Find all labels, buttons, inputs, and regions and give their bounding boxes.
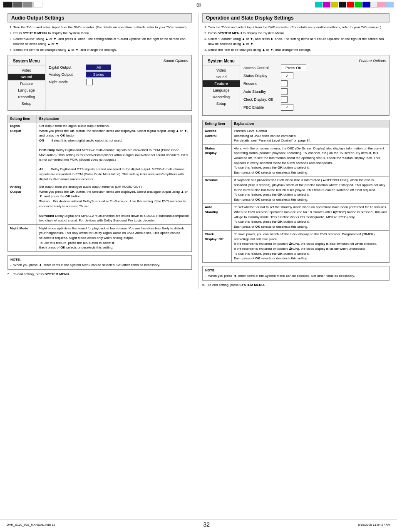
table-row-access-control: AccessControl Parental Level Control Acc…: [203, 127, 390, 145]
left-menu-panel: System Menu Video Sound Feature Language…: [8, 55, 45, 110]
right-intro-item-4: Select the item to be changed using or ,…: [208, 47, 390, 52]
menu-setup: Setup: [8, 100, 45, 107]
right-intro-item-1: Turn the TV on and select input from the…: [208, 25, 390, 30]
right-menu-panel: System Menu Video Sound Feature Language…: [203, 55, 240, 115]
menu-recording: Recording: [8, 94, 45, 100]
analog-output-explanation: Set output from the analogue audio outpu…: [37, 183, 192, 225]
left-note-label: NOTE:: [10, 257, 189, 262]
left-table-header-setting: Setting Item: [8, 115, 37, 122]
rbar-yellow: [331, 2, 338, 7]
rbar-red: [347, 2, 354, 7]
page-footer: DVR_S120_INS_MANUAL.indd 32 32 5/19/2005…: [0, 519, 397, 530]
header-bar: ⊕: [0, 0, 397, 9]
rbar-green: [355, 2, 362, 7]
footer-left: DVR_S120_INS_MANUAL.indd 32: [7, 523, 55, 527]
right-section-title: Operation and State Display Settings: [202, 13, 390, 22]
right-menu-recording: Recording: [203, 94, 240, 100]
right-table-header-explanation: Explanation: [232, 120, 390, 127]
rbar-pink: [378, 2, 386, 7]
rbar-blue: [362, 2, 370, 7]
access-control-label: AccessControl: [203, 127, 232, 145]
auto-standby-explanation: To set whether or not to set the standby…: [232, 204, 390, 231]
menu-language: Language: [8, 87, 45, 94]
right-note-box: NOTE: - When you press , other items in …: [202, 266, 390, 281]
left-system-menu-diagram: System Menu Video Sound Feature Language…: [7, 55, 192, 111]
rbar-black2: [339, 2, 346, 7]
right-step5: 5. To end setting, press SYSTEM MENU.: [202, 283, 390, 287]
rbar-magenta: [323, 2, 330, 7]
option-resume: Resume: [243, 80, 386, 87]
right-menu-feature: Feature: [203, 80, 240, 87]
clock-display-explanation: To save power, you can switch off the cl…: [232, 231, 390, 263]
table-row-analog-output: AnalogOutput Set output from the analogu…: [8, 183, 192, 225]
left-intro-item-2: Press SYSTEM MENU to display the System …: [13, 31, 192, 36]
option-auto-standby: Auto Standby: [243, 88, 386, 95]
bar-gray2: [23, 2, 32, 7]
right-settings-table: Setting Item Explanation AccessControl P…: [202, 120, 390, 263]
option-digital-output: Digital Output All: [49, 65, 188, 70]
menu-feature: Feature: [8, 80, 45, 87]
auto-standby-label: AutoStandby: [203, 204, 232, 231]
left-note-box: NOTE: - When you press , other items in …: [7, 255, 192, 270]
left-intro-item-1: Turn the TV on and select input from the…: [13, 25, 192, 30]
option-status-display: Status Display ✓: [243, 72, 386, 79]
left-settings-table: Setting Item Explanation DigitalOutput S…: [7, 115, 192, 252]
left-intro-item-4: Select the item to be changed using or ,…: [13, 47, 192, 52]
crosshair-icon: ⊕: [196, 0, 201, 8]
right-options-panel: Feature Options Access Control Press OK …: [240, 55, 389, 115]
right-note-content: - When you press , other items in the Sy…: [205, 273, 387, 278]
left-step5: 5. To end setting, press SYSTEM MENU.: [7, 272, 192, 276]
right-table-header-setting: Setting Item: [203, 120, 232, 127]
menu-sound: Sound: [8, 74, 45, 80]
left-table-header-explanation: Explanation: [37, 115, 192, 122]
table-row-night-mode: Night Mode Night mode optimises the soun…: [8, 224, 192, 251]
left-menu-title: System Menu: [8, 59, 45, 65]
right-menu-title: System Menu: [203, 59, 240, 65]
status-display-explanation: Along with the on-screen menu, the OSD (…: [232, 144, 390, 177]
option-access-control: Access Control Press OK: [243, 65, 386, 71]
left-section-title: Audio Output Settings: [7, 13, 192, 22]
left-options-label: Sound Options: [49, 59, 188, 63]
access-control-explanation: Parental Level Control Accessing of DVD …: [232, 127, 390, 145]
rbar-white: [370, 2, 378, 7]
right-menu-video: Video: [203, 67, 240, 74]
rbar-cyan: [315, 2, 323, 7]
right-color-bars: [312, 0, 397, 9]
digital-output-label: DigitalOutput: [8, 122, 37, 183]
resume-label: Resume: [203, 177, 232, 204]
rbar-ltblue: [386, 2, 394, 7]
table-row-resume: Resume If playback of a pre-recorded DVD…: [203, 177, 390, 204]
resume-explanation: If playback of a pre-recorded DVD video …: [232, 177, 390, 204]
left-intro: Turn the TV on and select input from the…: [7, 25, 192, 52]
page-content: Audio Output Settings Turn the TV on and…: [0, 9, 397, 293]
menu-video: Video: [8, 67, 45, 74]
right-column: Operation and State Display Settings Tur…: [198, 13, 390, 289]
left-column: Audio Output Settings Turn the TV on and…: [7, 13, 198, 289]
page-number: 32: [203, 521, 210, 528]
right-intro-item-2: Press SYSTEM MENU to display the System …: [208, 31, 390, 36]
right-options-label: Feature Options: [243, 59, 386, 63]
bar-white: [33, 2, 42, 7]
right-intro-item-3: Select “Feature” using or , and press on…: [208, 37, 390, 47]
table-row-status-display: StatusDisplay Along with the on-screen m…: [203, 144, 390, 177]
right-note-label: NOTE:: [205, 268, 387, 273]
night-mode-explanation: Night mode optimises the sound for playb…: [37, 224, 192, 251]
left-color-bars: [0, 0, 46, 9]
option-analog-output: Analog Output Stereo: [49, 72, 188, 77]
option-pbc-enable: PBC Enable ✓: [243, 104, 386, 111]
left-note-content: - When you press , other items in the Sy…: [10, 263, 189, 268]
footer-right: 5/19/2005 11:54:27 AM: [358, 523, 390, 527]
clock-display-label: ClockDisplay: Off: [203, 231, 232, 263]
right-system-menu-diagram: System Menu Video Sound Feature Language…: [202, 55, 390, 116]
bar-gray1: [13, 2, 22, 7]
status-display-label: StatusDisplay: [203, 144, 232, 177]
right-intro: Turn the TV on and select input from the…: [202, 25, 390, 52]
table-row-digital-output: DigitalOutput Set output from the digita…: [8, 122, 192, 183]
option-clock-display: Clock Display: Off: [243, 96, 386, 103]
table-row-clock-display: ClockDisplay: Off To save power, you can…: [203, 231, 390, 263]
right-menu-setup: Setup: [203, 100, 240, 107]
option-night-mode: Night Mode: [49, 79, 188, 85]
right-menu-language: Language: [203, 87, 240, 94]
left-options-panel: Sound Options Digital Output All Analog …: [45, 55, 191, 110]
digital-output-explanation: Set output from the digital audio output…: [37, 122, 192, 183]
